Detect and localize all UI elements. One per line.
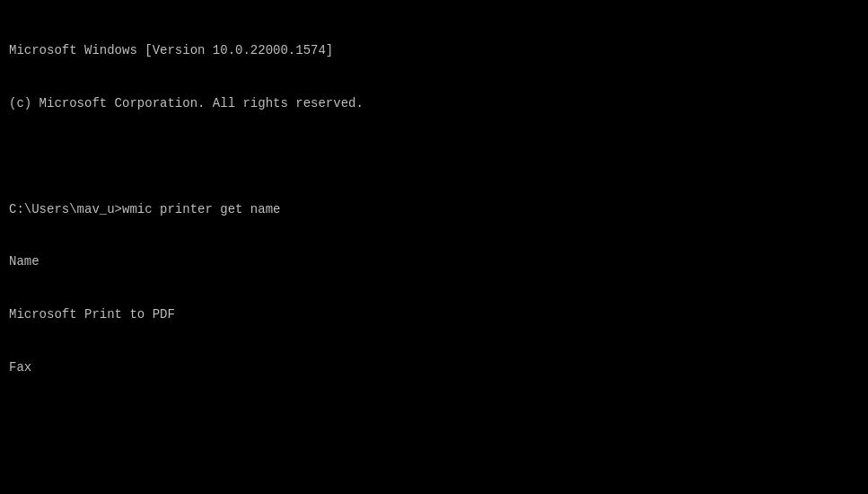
terminal-empty-1 <box>9 148 859 166</box>
terminal-line-3: C:\Users\mav_u>wmic printer get name <box>9 201 859 219</box>
terminal-output: Microsoft Windows [Version 10.0.22000.15… <box>9 7 859 494</box>
terminal-empty-2 <box>9 412 859 430</box>
terminal-line-2: (c) Microsoft Corporation. All rights re… <box>9 95 859 113</box>
terminal-line-1: Microsoft Windows [Version 10.0.22000.15… <box>9 42 859 60</box>
terminal-line-6: Fax <box>9 359 859 377</box>
terminal-line-4: Name <box>9 253 859 271</box>
terminal-line-5: Microsoft Print to PDF <box>9 306 859 324</box>
terminal-empty-3 <box>9 464 859 482</box>
